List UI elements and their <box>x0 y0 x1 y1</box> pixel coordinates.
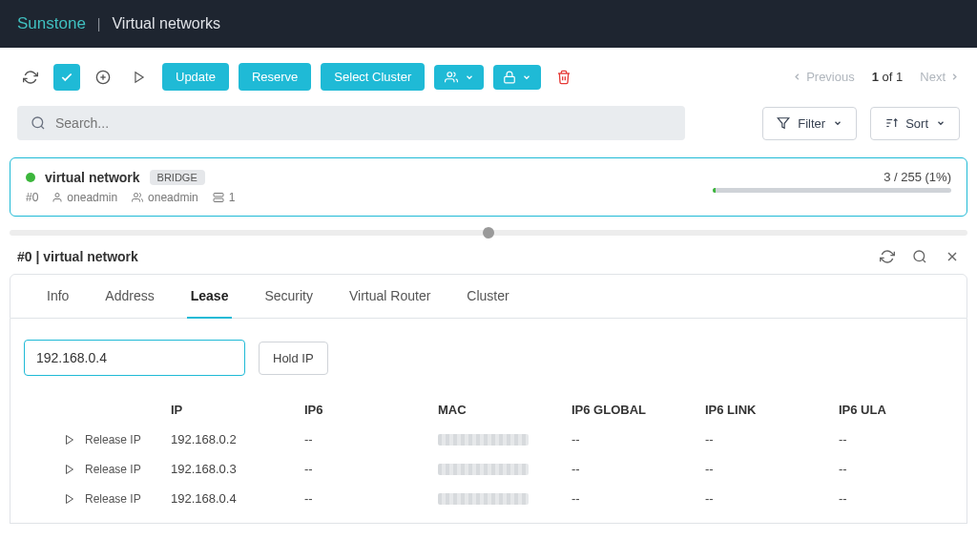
tab-address[interactable]: Address <box>101 275 157 319</box>
release-play-icon[interactable] <box>54 434 85 446</box>
brand-name: Sunstone <box>17 14 86 33</box>
cell-mac <box>438 434 572 446</box>
col-ip6link: IP6 LINK <box>705 403 839 417</box>
col-mac: MAC <box>438 403 572 417</box>
sort-label: Sort <box>905 116 928 131</box>
filter-icon <box>777 116 790 130</box>
filter-button[interactable]: Filter <box>762 107 857 140</box>
tab-security[interactable]: Security <box>260 275 317 319</box>
svg-point-16 <box>135 194 138 197</box>
release-play-icon[interactable] <box>54 464 85 475</box>
detail-refresh-icon[interactable] <box>880 249 895 264</box>
svg-marker-3 <box>135 72 143 82</box>
select-all-button[interactable] <box>53 64 80 91</box>
usage-bar <box>713 188 951 193</box>
trash-icon[interactable] <box>551 64 577 91</box>
hold-ip-button[interactable]: Hold IP <box>259 342 328 375</box>
cell-ip6global: -- <box>572 491 705 506</box>
cell-ip: 192.168.0.2 <box>171 432 304 446</box>
detail-title: #0 | virtual network <box>17 249 138 264</box>
cell-ip6: -- <box>304 432 438 446</box>
search-icon <box>31 115 46 131</box>
pager-next[interactable]: Next <box>920 70 960 84</box>
header-divider: | <box>97 16 101 31</box>
app-header: Sunstone | Virtual networks <box>0 0 977 48</box>
pager-previous[interactable]: Previous <box>792 70 855 84</box>
cell-ip6: -- <box>304 491 438 506</box>
svg-line-9 <box>41 126 44 129</box>
lease-table: IP IP6 MAC IP6 GLOBAL IP6 LINK IP6 ULA R… <box>24 395 953 513</box>
page-title: Virtual networks <box>112 15 220 32</box>
cell-ip6global: -- <box>572 462 705 476</box>
sort-button[interactable]: Sort <box>870 107 960 140</box>
server-icon <box>212 192 225 203</box>
svg-line-22 <box>923 259 925 262</box>
svg-marker-10 <box>778 118 789 129</box>
lock-dropdown[interactable] <box>493 65 541 90</box>
split-handle[interactable] <box>10 230 967 236</box>
close-icon[interactable] <box>945 249 960 264</box>
vnet-name: virtual network <box>45 170 140 185</box>
chevron-down-icon <box>936 118 946 128</box>
lease-panel: Hold IP IP IP6 MAC IP6 GLOBAL IP6 LINK I… <box>10 319 967 524</box>
filter-label: Filter <box>798 116 825 131</box>
vnet-badge: BRIDGE <box>150 170 205 185</box>
tab-bar: Info Address Lease Security Virtual Rout… <box>10 274 967 319</box>
status-dot <box>26 173 35 182</box>
tab-info[interactable]: Info <box>43 275 73 319</box>
search-input[interactable] <box>55 115 672 131</box>
plus-circle-icon[interactable] <box>90 64 116 91</box>
col-ip6global: IP6 GLOBAL <box>572 403 705 417</box>
pager-previous-label: Previous <box>806 70 855 84</box>
cell-mac <box>438 493 572 505</box>
update-button[interactable]: Update <box>162 63 229 91</box>
owner-dropdown[interactable] <box>434 65 484 90</box>
search-box[interactable] <box>17 106 685 140</box>
detail-header: #0 | virtual network <box>0 243 977 274</box>
vnet-card[interactable]: virtual network BRIDGE #0 oneadmin onead… <box>10 157 967 217</box>
vnet-group: oneadmin <box>131 191 198 204</box>
table-row: Release IP192.168.0.3-------- <box>24 454 953 484</box>
svg-rect-17 <box>214 194 223 197</box>
toolbar: Update Reserve Select Cluster Previous 1… <box>0 48 977 100</box>
cell-mac <box>438 464 572 475</box>
vnet-id: #0 <box>26 191 38 204</box>
cell-ip6ula: -- <box>839 462 972 476</box>
vnet-count: 1 <box>212 191 236 204</box>
cell-ip: 192.168.0.4 <box>171 491 304 506</box>
release-ip-link[interactable]: Release IP <box>85 492 171 506</box>
tab-lease[interactable]: Lease <box>187 275 233 319</box>
svg-point-21 <box>914 251 925 261</box>
user-icon <box>52 192 63 203</box>
release-ip-link[interactable]: Release IP <box>85 463 171 476</box>
search-row: Filter Sort <box>0 100 977 157</box>
col-ip6: IP6 <box>304 403 438 417</box>
pager-next-label: Next <box>920 70 946 84</box>
release-play-icon[interactable] <box>54 493 85 505</box>
reserve-button[interactable]: Reserve <box>239 63 311 91</box>
cell-ip6: -- <box>304 462 438 476</box>
cell-ip6link: -- <box>705 462 839 476</box>
chevron-down-icon <box>833 118 842 128</box>
release-ip-link[interactable]: Release IP <box>85 433 171 446</box>
table-row: Release IP192.168.0.4-------- <box>24 484 953 513</box>
tab-cluster[interactable]: Cluster <box>463 275 512 319</box>
cell-ip6global: -- <box>572 432 705 446</box>
detail-search-icon[interactable] <box>912 249 927 264</box>
sort-icon <box>884 116 898 130</box>
play-icon[interactable] <box>126 64 153 91</box>
table-row: Release IP192.168.0.2-------- <box>24 425 953 454</box>
refresh-icon[interactable] <box>17 64 44 91</box>
vnet-owner: oneadmin <box>52 191 117 204</box>
svg-rect-5 <box>505 76 515 82</box>
svg-point-8 <box>32 117 43 128</box>
hold-ip-input[interactable] <box>24 340 245 376</box>
svg-marker-26 <box>67 465 73 473</box>
select-cluster-button[interactable]: Select Cluster <box>321 63 425 91</box>
svg-point-4 <box>447 72 452 76</box>
tab-virtual-router[interactable]: Virtual Router <box>345 275 434 319</box>
cell-ip6ula: -- <box>839 491 972 506</box>
svg-marker-27 <box>67 494 73 503</box>
svg-rect-18 <box>214 198 223 202</box>
svg-marker-25 <box>67 435 73 444</box>
